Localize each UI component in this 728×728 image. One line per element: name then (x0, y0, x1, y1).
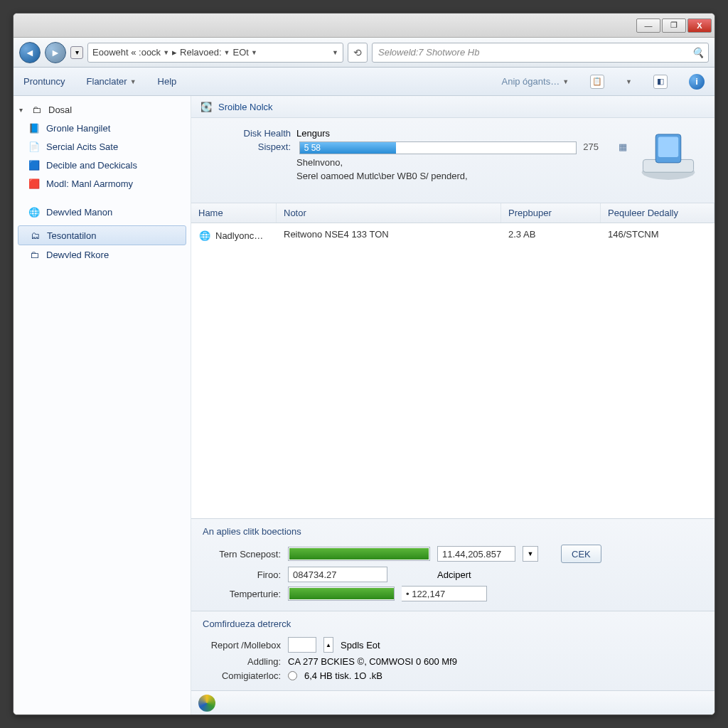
table-body: 🌐Nadlyonc… Reitwono NSE4 133 TON 2.3 AB … (191, 223, 714, 518)
drive-small-icon: 💽 (200, 100, 213, 113)
titlebar: — ❐ X (14, 14, 714, 38)
search-input[interactable]: Seloweld:7 Shotwore Hb 🔍 (372, 43, 709, 63)
p2r1-after: Spdls Eot (341, 640, 380, 651)
menu-right-label[interactable]: Anip ógants… ▼ (501, 76, 569, 87)
p2r1-label: Report /Mollebox (203, 640, 281, 651)
app-icon: 🟦 (28, 159, 41, 171)
detail-pane: Disk HealthLengurs Sispext: 5 58 275 ▦ S… (191, 118, 714, 203)
p2r3-label: Comigiaterloc: (203, 670, 281, 681)
minimize-button[interactable]: — (636, 18, 660, 33)
p1r1-label: Tern Scnepost: (203, 549, 281, 560)
file-icon: 📄 (28, 140, 41, 153)
globe-icon: 🌐 (28, 205, 41, 218)
col-notor[interactable]: Notor (277, 203, 501, 223)
spec-label: Sispext: (234, 141, 291, 152)
table-header: Hame Notor Prepbuper Pequleer Dedally (191, 203, 714, 223)
clipboard-icon[interactable]: 📋 (590, 75, 604, 89)
preview-pane-icon[interactable]: ◧ (653, 75, 668, 89)
menu-help[interactable]: Help (158, 76, 177, 87)
col-hame[interactable]: Hame (191, 203, 277, 223)
sidebar-item-2[interactable]: 🟦Decible and Deckicals (14, 156, 191, 174)
panel-config: Comfirdueza detrerck Report /Mollebox ▲ … (191, 611, 714, 690)
sidebar-item-1[interactable]: 📄Sercial Acits Sate (14, 137, 191, 156)
menu-flanclater[interactable]: Flanclater▼ (87, 76, 136, 87)
orb-icon (198, 695, 215, 712)
menubar: Prontuncy Flanclater▼ Help Anip ógants… … (14, 68, 714, 96)
p1r1-bar (288, 547, 430, 561)
p1r3-bar (288, 587, 395, 601)
refresh-button[interactable]: ⟲ (348, 43, 368, 63)
section-title: Sroible Nolck (218, 102, 273, 112)
p1r3-value: • 122,147 (402, 586, 487, 601)
menu-prontuncy[interactable]: Prontuncy (23, 76, 65, 87)
p2r1-stepper[interactable]: ▲ (323, 637, 333, 653)
globe-icon: 🌐 (198, 229, 211, 242)
p1r2-after: Adcipert (437, 569, 471, 580)
file-icon: 📘 (28, 122, 41, 134)
breadcrumb-seg-0[interactable]: Eooweht « :oock (92, 47, 161, 58)
close-button[interactable]: X (687, 18, 712, 33)
folder-icon: 🗀 (30, 103, 43, 116)
sidebar-item-0[interactable]: 📘Gronle Hangilet (14, 119, 191, 137)
search-placeholder: Seloweld:7 Shotwore Hb (378, 47, 479, 58)
panel-actions: An aplies clitk boections Tern Scnepost:… (191, 518, 714, 611)
search-icon: 🔍 (692, 47, 704, 58)
p2r3-value: 6,4 HB tisk. 1O .kB (304, 670, 382, 681)
usage-bar: 5 58 (299, 141, 577, 154)
col-ped[interactable]: Pequleer Dedally (601, 203, 714, 223)
sidebar-root[interactable]: 🗀Dosal (14, 100, 191, 119)
breadcrumb-seg-1[interactable]: Relavoed: (180, 47, 222, 58)
drive-icon (636, 128, 700, 185)
section-header: 💽 Sroible Nolck (191, 96, 714, 118)
usage-end: 275 (583, 141, 599, 152)
maximize-button[interactable]: ❐ (662, 18, 686, 33)
statusbar (191, 690, 714, 714)
health-value: Lengurs (296, 128, 330, 139)
p2r3-radio[interactable] (288, 671, 297, 680)
p1r2-label: Firoo: (203, 569, 281, 580)
breadcrumb-seg-2[interactable]: EOt (233, 47, 249, 58)
sidebar-item-3[interactable]: 🟥Modl: Manl Aarmomy (14, 174, 191, 193)
back-button[interactable]: ◄ (19, 42, 41, 63)
table-row[interactable]: 🌐Nadlyonc… Reitwono NSE4 133 TON 2.3 AB … (191, 223, 714, 247)
cek-button[interactable]: CEK (561, 545, 601, 563)
forward-button[interactable]: ► (45, 42, 66, 63)
help-info-icon[interactable]: i (689, 74, 705, 90)
sidebar-item-4[interactable]: 🗀Dewvled Rkore (14, 245, 191, 264)
p1r1-value[interactable]: 11.44,205.857 (437, 546, 515, 562)
p1r3-label: Temperturie: (203, 589, 281, 599)
sidebar-item-sel[interactable]: 🗂Tesontatilon (18, 225, 186, 245)
explorer-window: — ❐ X ◄ ► ▾ Eooweht « :oock▼ ▸ Relavoed:… (13, 13, 715, 715)
sidebar-group2-header[interactable]: 🌐Dewvled Manon (14, 203, 191, 221)
app-icon: 🟥 (28, 177, 41, 190)
p2r1-input[interactable] (288, 637, 316, 653)
p2r2-label: Addling: (203, 656, 281, 667)
svg-rect-3 (658, 136, 678, 156)
p2r2-value: CA 277 BCKIES ©, C0MWOSI 0 600 Mf9 (288, 656, 457, 667)
main-pane: 💽 Sroible Nolck Disk HealthLengurs Sispe… (191, 96, 714, 714)
body: 🗀Dosal 📘Gronle Hangilet 📄Sercial Acits S… (14, 96, 714, 714)
folder-icon: 🗀 (28, 248, 41, 261)
sidebar: 🗀Dosal 📘Gronle Hangilet 📄Sercial Acits S… (14, 96, 191, 714)
panel2-title: Comfirdueza detrerck (203, 617, 703, 633)
p1r1-dropdown[interactable]: ▼ (523, 546, 538, 562)
nav-toolbar: ◄ ► ▾ Eooweht « :oock▼ ▸ Relavoed:▼ EOt▼… (14, 38, 714, 68)
panel1-title: An aplies clitk boections (203, 525, 703, 541)
usage-badge-icon: ▦ (619, 141, 627, 152)
p1r2-input[interactable]: 084734.27 (288, 567, 387, 582)
folder-icon: 🗂 (28, 229, 41, 242)
history-dropdown[interactable]: ▾ (70, 46, 83, 59)
col-prep[interactable]: Prepbuper (501, 203, 601, 223)
breadcrumb[interactable]: Eooweht « :oock▼ ▸ Relavoed:▼ EOt▼ ▼ (87, 43, 343, 63)
health-label: Disk Health (234, 128, 291, 139)
